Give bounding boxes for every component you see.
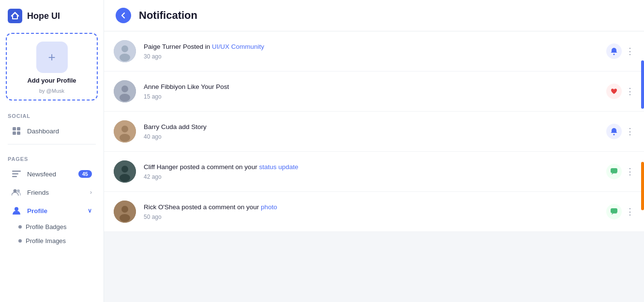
notif-bell-btn-3[interactable] xyxy=(606,124,622,139)
svg-point-8 xyxy=(17,189,20,192)
svg-point-12 xyxy=(120,54,130,61)
notif-user-1: Paige Turner xyxy=(144,43,183,50)
svg-point-9 xyxy=(15,207,18,211)
notif-time-2: 15 ago xyxy=(144,93,599,100)
notif-highlight-5: photo xyxy=(261,203,277,211)
notif-actions-5: ⋮ xyxy=(606,204,634,219)
svg-point-23 xyxy=(120,174,130,182)
newsfeed-icon xyxy=(12,169,21,179)
notif-avatar-4 xyxy=(114,160,136,183)
profile-card-title: Add your Profile xyxy=(27,77,76,84)
profile-icon xyxy=(12,206,21,216)
notif-user-4: Cliff Hanger xyxy=(144,163,180,171)
notif-more-btn-4[interactable]: ⋮ xyxy=(626,166,634,177)
svg-point-27 xyxy=(120,214,130,222)
notif-time-3: 40 ago xyxy=(144,133,599,140)
notif-user-3: Barry Cuda xyxy=(144,123,179,130)
sub-dot-images xyxy=(18,239,22,243)
notification-item-5: Rick O'Shea posted a comment on your pho… xyxy=(104,192,644,232)
notif-heart-btn-2[interactable] xyxy=(606,84,622,99)
svg-rect-5 xyxy=(12,173,18,175)
notif-actions-4: ⋮ xyxy=(606,164,634,179)
notif-actions-2: ⋮ xyxy=(606,84,634,99)
notif-text-3: Barry Cuda add Story xyxy=(144,123,599,132)
svg-point-15 xyxy=(121,86,128,92)
notif-body-4: Cliff Hanger posted a comment on your st… xyxy=(144,163,599,180)
sidebar-subitem-profile-images[interactable]: Profile Images xyxy=(5,234,104,248)
svg-point-13 xyxy=(614,54,615,55)
svg-rect-6 xyxy=(12,176,17,177)
notif-text-1: Paige Turner Posted in UI/UX Community xyxy=(144,43,599,52)
logo-icon xyxy=(8,9,22,23)
top-bar: Notification xyxy=(104,0,644,31)
svg-point-11 xyxy=(121,45,128,52)
svg-point-16 xyxy=(120,94,130,101)
notif-action-2: Like Your Post xyxy=(187,83,229,90)
profile-card[interactable]: + Add your Profile by @Musk xyxy=(6,33,98,101)
sidebar-item-profile[interactable]: Profile ∨ xyxy=(4,201,100,220)
svg-point-18 xyxy=(121,126,128,132)
notif-more-btn-1[interactable]: ⋮ xyxy=(626,46,634,57)
notif-body-1: Paige Turner Posted in UI/UX Community 3… xyxy=(144,43,599,60)
friends-icon xyxy=(12,187,21,197)
notification-item-4: Cliff Hanger posted a comment on your st… xyxy=(104,152,644,192)
sidebar-item-newsfeed[interactable]: Newsfeed 45 xyxy=(4,165,100,183)
notif-more-btn-3[interactable]: ⋮ xyxy=(626,126,634,137)
sidebar-item-friends[interactable]: Friends › xyxy=(4,183,100,201)
page-title: Notification xyxy=(139,9,197,22)
notif-user-2: Anne Fibbiyon xyxy=(144,83,187,90)
sidebar: Hope UI + Add your Profile by @Musk SOCI… xyxy=(0,0,104,302)
sidebar-subitem-profile-badges[interactable]: Profile Badges xyxy=(5,220,104,234)
friends-label: Friends xyxy=(27,189,84,196)
profile-card-wrapper: + Add your Profile by @Musk xyxy=(0,28,104,105)
notif-body-3: Barry Cuda add Story 40 ago xyxy=(144,123,599,140)
svg-rect-3 xyxy=(17,131,20,135)
svg-rect-1 xyxy=(17,127,20,130)
dashboard-label: Dashboard xyxy=(27,128,92,135)
notifications-list: Paige Turner Posted in UI/UX Community 3… xyxy=(104,31,644,302)
svg-rect-2 xyxy=(13,131,16,135)
notif-highlight-4: status update xyxy=(259,163,298,171)
notif-chat-btn-4[interactable] xyxy=(606,164,622,179)
notif-avatar-3 xyxy=(114,120,136,143)
profile-label: Profile xyxy=(27,207,82,215)
notif-text-4: Cliff Hanger posted a comment on your st… xyxy=(144,163,599,172)
svg-rect-28 xyxy=(611,208,617,213)
social-section-label: SOCIAL xyxy=(0,105,104,122)
notif-time-1: 30 ago xyxy=(144,53,599,60)
notif-actions-3: ⋮ xyxy=(606,124,634,139)
notif-body-2: Anne Fibbiyon Like Your Post 15 ago xyxy=(144,83,599,100)
profile-chevron: ∨ xyxy=(88,207,92,214)
sidebar-divider xyxy=(8,144,96,144)
svg-point-26 xyxy=(121,206,128,213)
svg-point-22 xyxy=(121,166,128,173)
notif-highlight-1: UI/UX Community xyxy=(212,43,264,50)
newsfeed-badge: 45 xyxy=(78,170,92,178)
back-button[interactable] xyxy=(116,8,131,23)
svg-point-20 xyxy=(614,134,615,135)
notif-time-4: 42 ago xyxy=(144,173,599,180)
notif-bell-btn-1[interactable] xyxy=(606,43,622,59)
notif-avatar-5 xyxy=(114,201,136,223)
notif-chat-btn-5[interactable] xyxy=(606,204,622,219)
profile-images-label: Profile Images xyxy=(26,237,66,244)
profile-badges-label: Profile Badges xyxy=(26,223,67,230)
sidebar-item-dashboard[interactable]: Dashboard xyxy=(4,122,100,140)
svg-point-19 xyxy=(120,134,130,142)
pages-section-label: PAGES xyxy=(0,148,104,165)
notif-avatar-2 xyxy=(114,80,136,102)
newsfeed-label: Newsfeed xyxy=(27,171,73,178)
notif-text-5: Rick O'Shea posted a comment on your pho… xyxy=(144,203,599,212)
notif-action-1: Posted in xyxy=(183,43,212,50)
notif-more-btn-5[interactable]: ⋮ xyxy=(626,206,634,217)
notif-actions-1: ⋮ xyxy=(606,43,634,59)
notif-text-2: Anne Fibbiyon Like Your Post xyxy=(144,83,599,92)
notification-item: Paige Turner Posted in UI/UX Community 3… xyxy=(104,31,644,72)
sub-dot-badges xyxy=(18,225,22,229)
notif-more-btn-2[interactable]: ⋮ xyxy=(626,86,634,97)
notification-item-3: Barry Cuda add Story 40 ago ⋮ xyxy=(104,112,644,152)
svg-rect-0 xyxy=(13,127,16,130)
svg-rect-4 xyxy=(12,171,21,172)
notif-action-3: add Story xyxy=(179,123,207,130)
notif-body-5: Rick O'Shea posted a comment on your pho… xyxy=(144,203,599,220)
